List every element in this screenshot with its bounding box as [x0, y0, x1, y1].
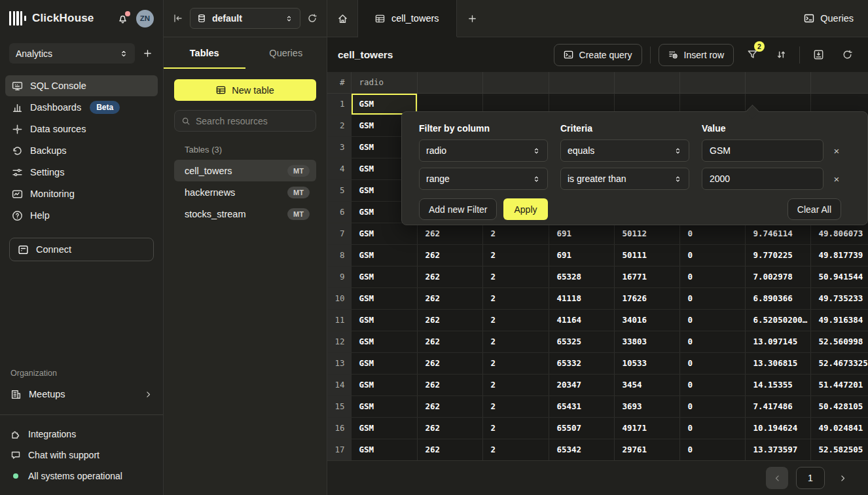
data-cell[interactable]: 29761 — [614, 439, 679, 460]
data-cell[interactable]: 49.817739 — [810, 244, 868, 266]
column-header[interactable] — [810, 72, 868, 93]
current-page-indicator[interactable]: 1 — [796, 467, 825, 489]
notifications-bell-icon[interactable] — [117, 13, 128, 24]
tab-queries[interactable]: Queries — [245, 37, 327, 69]
data-cell[interactable]: 13.373597 — [745, 439, 810, 460]
data-cell[interactable]: 262 — [417, 244, 482, 266]
data-cell[interactable]: 262 — [417, 223, 482, 244]
data-cell[interactable]: 6.52050200… — [745, 309, 810, 331]
data-cell[interactable]: 0 — [679, 266, 745, 287]
data-cell[interactable]: 14.15355 — [745, 374, 810, 395]
data-cell[interactable]: 262 — [417, 287, 482, 309]
data-cell[interactable]: 0 — [679, 244, 745, 266]
row-number-cell[interactable]: 16 — [327, 417, 351, 439]
data-cell[interactable]: 2 — [482, 374, 549, 395]
previous-page-button[interactable] — [766, 467, 788, 489]
next-page-button[interactable] — [833, 467, 852, 489]
new-table-button[interactable]: New table — [174, 79, 316, 101]
column-header[interactable] — [745, 72, 810, 93]
filter-value-input[interactable] — [702, 168, 823, 190]
data-cell[interactable]: 2 — [482, 417, 549, 439]
row-number-header[interactable]: # — [327, 72, 351, 93]
column-header[interactable] — [549, 72, 614, 93]
filter-criteria-select[interactable]: equals — [560, 139, 689, 162]
filter-button[interactable]: 2 — [742, 45, 763, 65]
data-cell[interactable]: 2 — [482, 331, 549, 352]
data-cell[interactable]: 10533 — [614, 352, 679, 374]
new-tab-button[interactable] — [457, 0, 488, 37]
data-cell[interactable]: 262 — [417, 417, 482, 439]
data-cell[interactable]: 6.890366 — [745, 287, 810, 309]
system-status[interactable]: All systems operational — [10, 468, 153, 485]
sidebar-item-help[interactable]: Help — [5, 205, 158, 226]
sidebar-item-dashboards[interactable]: Dashboards Beta — [5, 97, 158, 118]
data-cell[interactable]: 50111 — [614, 244, 679, 266]
sort-button[interactable] — [770, 45, 791, 65]
sidebar-item-data-sources[interactable]: Data sources — [5, 119, 158, 139]
data-cell[interactable]: 17626 — [614, 287, 679, 309]
data-cell[interactable]: 65325 — [549, 331, 614, 352]
data-cell[interactable]: 0 — [679, 374, 745, 395]
row-number-cell[interactable]: 3 — [327, 136, 351, 158]
row-number-cell[interactable]: 5 — [327, 179, 351, 201]
data-cell[interactable]: 2 — [482, 352, 549, 374]
data-cell[interactable]: 2 — [482, 223, 549, 244]
table-item-hackernews[interactable]: hackernews MT — [174, 181, 316, 203]
tab-tables[interactable]: Tables — [164, 37, 245, 69]
data-cell[interactable]: 3454 — [614, 374, 679, 395]
create-query-button[interactable]: Create query — [554, 44, 642, 66]
clear-all-filters-button[interactable]: Clear All — [787, 198, 841, 220]
data-cell[interactable]: 262 — [417, 374, 482, 395]
data-cell[interactable]: 9.770225 — [745, 244, 810, 266]
connect-button[interactable]: Connect — [9, 238, 154, 261]
data-cell[interactable]: GSM — [351, 417, 417, 439]
data-cell[interactable]: GSM — [351, 439, 417, 460]
sidebar-item-monitoring[interactable]: Monitoring — [5, 183, 158, 204]
row-number-cell[interactable]: 4 — [327, 158, 351, 179]
data-cell[interactable]: 2 — [482, 266, 549, 287]
avatar[interactable]: ZN — [136, 10, 154, 28]
data-cell[interactable]: 262 — [417, 352, 482, 374]
row-number-cell[interactable]: 9 — [327, 266, 351, 287]
data-cell[interactable]: GSM — [351, 223, 417, 244]
data-cell[interactable]: 2 — [482, 439, 549, 460]
row-number-cell[interactable]: 8 — [327, 244, 351, 266]
data-cell[interactable]: 51.447201 — [810, 374, 868, 395]
data-cell[interactable]: 0 — [679, 331, 745, 352]
data-cell[interactable]: 2 — [482, 309, 549, 331]
table-item-stocks-stream[interactable]: stocks_stream MT — [174, 203, 316, 225]
row-number-cell[interactable]: 14 — [327, 374, 351, 395]
integrations-link[interactable]: Integrations — [10, 426, 153, 443]
data-cell[interactable]: GSM — [351, 244, 417, 266]
sidebar-item-meetups[interactable]: Meetups — [0, 383, 163, 405]
data-cell[interactable]: 41118 — [549, 287, 614, 309]
data-cell[interactable]: 65507 — [549, 417, 614, 439]
sidebar-item-settings[interactable]: Settings — [5, 162, 158, 183]
row-number-cell[interactable]: 6 — [327, 201, 351, 223]
data-cell[interactable]: 0 — [679, 439, 745, 460]
data-cell[interactable]: 13.097145 — [745, 331, 810, 352]
column-header[interactable] — [679, 72, 745, 93]
home-tab[interactable] — [327, 0, 358, 37]
sidebar-item-backups[interactable]: Backups — [5, 140, 158, 161]
data-cell[interactable]: 0 — [679, 309, 745, 331]
apply-filter-button[interactable]: Apply — [503, 198, 547, 220]
row-number-cell[interactable]: 10 — [327, 287, 351, 309]
data-cell[interactable]: 262 — [417, 266, 482, 287]
data-cell[interactable]: 49.024841 — [810, 417, 868, 439]
data-cell[interactable]: 49.735233 — [810, 287, 868, 309]
data-cell[interactable]: 10.194624 — [745, 417, 810, 439]
data-cell[interactable]: 33803 — [614, 331, 679, 352]
download-button[interactable] — [808, 45, 829, 65]
add-filter-button[interactable]: Add new Filter — [419, 198, 497, 220]
data-cell[interactable]: 13.306815 — [745, 352, 810, 374]
insert-row-button[interactable]: Insert row — [659, 44, 734, 66]
data-cell[interactable]: 50.941544 — [810, 266, 868, 287]
database-select[interactable]: default — [190, 8, 300, 29]
data-cell[interactable]: 262 — [417, 395, 482, 417]
data-cell[interactable]: GSM — [351, 374, 417, 395]
data-cell[interactable]: 0 — [679, 417, 745, 439]
data-cell[interactable]: 691 — [549, 223, 614, 244]
data-cell[interactable]: 3693 — [614, 395, 679, 417]
data-cell[interactable]: 262 — [417, 309, 482, 331]
